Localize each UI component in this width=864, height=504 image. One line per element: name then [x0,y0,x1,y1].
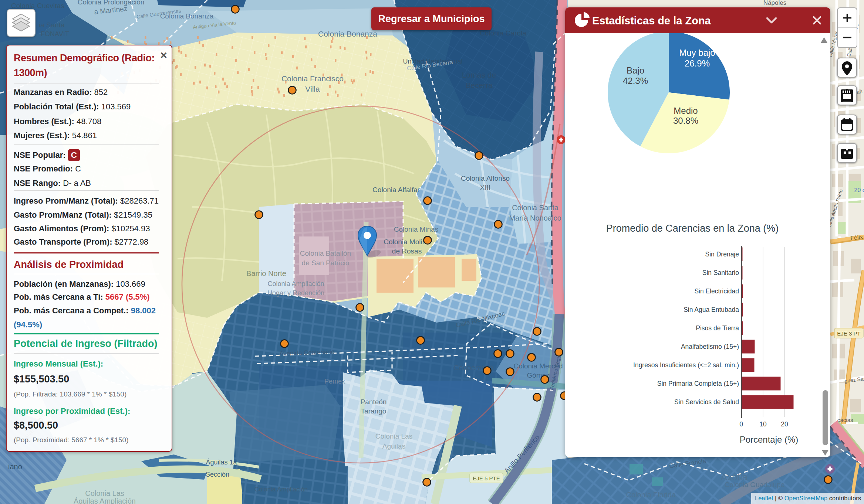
svg-text:Becerra: Becerra [465,81,493,89]
svg-text:ia Santa: ia Santa [39,21,65,29]
svg-text:Lomas de: Lomas de [462,71,496,79]
svg-text:Águilas Ampliación: Águilas Ampliación [74,497,136,504]
svg-text:Medio: Medio [674,106,698,116]
svg-text:Colonia Ampliación: Colonia Ampliación [267,280,324,287]
svg-text:26.9%: 26.9% [685,58,710,68]
svg-text:Colonia Minas: Colonia Minas [394,225,438,233]
svg-text:Hogar y Redención: Hogar y Redención [267,289,324,297]
svg-text:0: 0 [739,420,743,428]
svg-text:Pemex: Pemex [324,378,345,385]
svg-text:Colonia Carola: Colonia Carola [480,29,526,37]
svg-text:Sin Electricidad: Sin Electricidad [694,287,739,295]
svg-text:María Nonoalco: María Nonoalco [509,214,561,222]
svg-text:Sección: Sección [206,471,229,478]
svg-text:Sin Sanitario: Sin Sanitario [702,269,739,276]
svg-text:Estadísticas de la Zona: Estadísticas de la Zona [592,15,711,27]
svg-text:EJE 3 PT: EJE 3 PT [837,330,860,337]
svg-text:20: 20 [781,420,788,428]
svg-text:Colonia Batallón: Colonia Batallón [300,249,351,257]
svg-text:Colonia Cuevitas: Colonia Cuevitas [11,2,64,10]
svg-text:de Rosas: de Rosas [392,247,422,255]
svg-text:Nápoles: Nápoles [763,0,786,6]
svg-text:Ingresos Insuficientes (<=2 sa: Ingresos Insuficientes (<=2 sal. min.) [633,361,739,369]
svg-text:10: 10 [759,420,767,428]
svg-text:Colonia Molino: Colonia Molino [384,238,430,246]
svg-text:Sin Primaria Completa (15+): Sin Primaria Completa (15+) [657,380,739,387]
svg-text:Colonia Las: Colonia Las [85,489,124,497]
svg-text:Tarango: Tarango [361,407,387,415]
svg-text:Colonia Prolongación: Colonia Prolongación [78,0,145,6]
svg-text:Colonia Guadalupe: Colonia Guadalupe [725,481,785,488]
svg-text:Barrio Norte: Barrio Norte [246,269,286,277]
svg-text:cacias: cacias [837,417,853,423]
svg-text:42.3%: 42.3% [623,76,648,86]
svg-text:Colonia Bonanza: Colonia Bonanza [160,12,214,20]
svg-text:Colonia Alfalfar: Colonia Alfalfar [372,186,420,194]
svg-text:iano: iano [8,463,22,471]
svg-text:Villa: Villa [305,85,320,93]
svg-text:Colonia Las: Colonia Las [375,432,412,440]
svg-text:de San Patricio: de San Patricio [302,259,350,267]
svg-text:Promedio de Carencias en la Zo: Promedio de Carencias en la Zona (%) [606,223,779,234]
svg-text:Colonia Bonanza: Colonia Bonanza [318,30,377,38]
svg-text:Colonia Santa: Colonia Santa [512,204,559,212]
svg-text:Sin Servicios de Salud: Sin Servicios de Salud [674,398,739,406]
svg-text:Colonia Ampliación: Colonia Ampliación [254,486,308,493]
svg-text:Sin Drenaje: Sin Drenaje [705,251,739,258]
svg-text:Muy bajo: Muy bajo [679,48,715,58]
svg-text:Águilas 1a.: Águilas 1a. [206,459,239,466]
svg-text:Colonia Florida: Colonia Florida [626,491,676,499]
svg-text:Porcentaje (%): Porcentaje (%) [740,435,799,445]
svg-text:EJE 5 PTE: EJE 5 PTE [473,475,500,481]
svg-text:Colonia Alfonso: Colonia Alfonso [461,174,510,182]
svg-text:Bajo: Bajo [627,65,644,75]
svg-text:Águilas: Águilas [382,442,405,450]
svg-text:XIII: XIII [480,184,491,191]
svg-text:FONAVIT: FONAVIT [41,30,69,38]
svg-text:30.8%: 30.8% [673,116,698,126]
svg-text:Colonia Francisco: Colonia Francisco [281,74,344,83]
svg-text:Sin Agua Entubada: Sin Agua Entubada [684,306,739,313]
svg-text:Panteón: Panteón [361,398,387,406]
svg-text:Analfabetismo (15+): Analfabetismo (15+) [681,343,739,350]
svg-text:Pisos de Tierra: Pisos de Tierra [696,324,739,332]
svg-text:20 d: 20 d [854,187,864,193]
